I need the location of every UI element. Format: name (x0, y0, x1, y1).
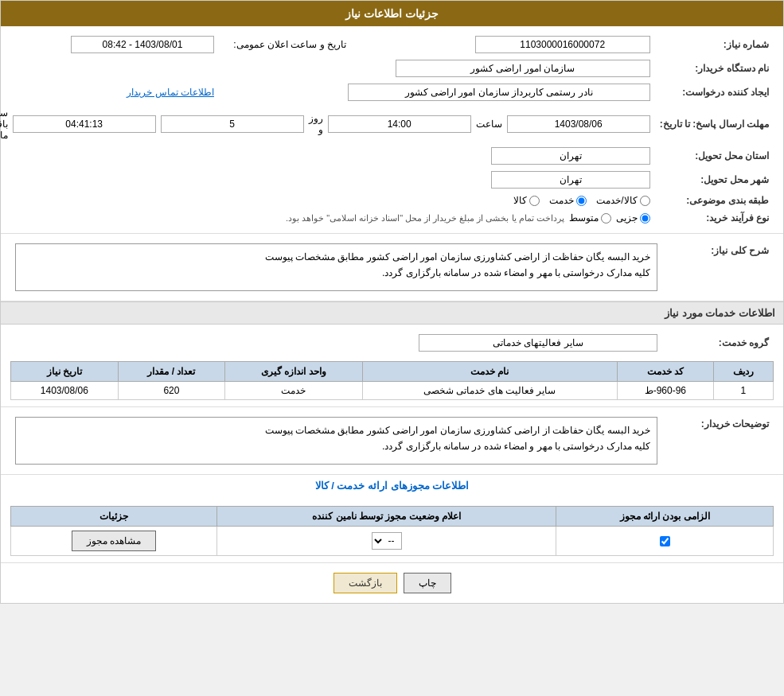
row-buyer-org: نام دستگاه خریدار: سازمان امور اراضی کشو… (0, 56, 774, 80)
purchase-type-row: جزیی متوسط پرداخت تمام یا بخشی از مبلغ خ… (0, 212, 650, 224)
radio-kala-label: کالا (513, 195, 527, 206)
th-name: نام خدمت (362, 362, 617, 382)
cell-row: 1 (713, 382, 773, 400)
th-details: جزئیات (11, 507, 217, 527)
radio-khadmat-input[interactable] (576, 196, 587, 206)
buyer-org-input: سازمان امور اراضی کشور (396, 60, 650, 77)
print-button[interactable]: چاپ (404, 573, 451, 593)
row-service-group: گروه خدمت: سایر فعالیتهای خدماتی (10, 331, 774, 355)
services-group-table: گروه خدمت: سایر فعالیتهای خدماتی (10, 331, 774, 355)
services-section-title: اطلاعات خدمات مورد نیاز (1, 301, 783, 325)
province-value: تهران (0, 144, 655, 168)
row-need-number: شماره نیاز: 1103000016000072 تاریخ و ساع… (0, 33, 774, 56)
row-category: طبقه بندی موضوعی: کالا/خدمت خدمت (0, 192, 774, 209)
row-need-description: شرح کلی نیاز: خرید البسه یگان حفاظت از ا… (10, 240, 774, 294)
buyer-org-value: سازمان امور اراضی کشور (0, 56, 655, 80)
days-label: روز و (309, 113, 323, 135)
service-group-input: سایر فعالیتهای خدماتی (419, 334, 657, 352)
radio-jozii: جزیی (616, 212, 650, 224)
radio-jozii-input[interactable] (640, 213, 650, 224)
cell-qty: 620 (118, 382, 225, 400)
row-response-deadline: مهلت ارسال پاسخ: تا تاریخ: 1403/08/06 سا… (0, 104, 774, 144)
need-desc-box: خرید البسه یگان حفاظت از اراضی کشاورزی س… (15, 243, 657, 291)
city-label: شهر محل تحویل: (655, 168, 774, 192)
th-date: تاریخ نیاز (11, 362, 119, 382)
services-table: ردیف کد خدمت نام خدمت واحد اندازه گیری ت… (10, 361, 774, 400)
province-label: استان محل تحویل: (655, 144, 774, 168)
announce-date-input: 1403/08/01 - 08:42 (71, 36, 214, 53)
radio-motawaset-input[interactable] (601, 213, 611, 224)
contact-link[interactable]: اطلاعات تماس خریدار (127, 87, 214, 98)
creator-label: ایجاد کننده درخواست: (655, 80, 774, 104)
response-time-input: 14:00 (328, 115, 471, 133)
th-row: ردیف (713, 362, 773, 382)
remaining-label: ساعت باقی مانده (0, 107, 8, 141)
need-desc-text: خرید البسه یگان حفاظت از اراضی کشاورزی س… (265, 251, 650, 278)
cell-name: سایر فعالیت های خدماتی شخصی (362, 382, 617, 400)
view-permission-button[interactable]: مشاهده مجوز (72, 531, 156, 551)
creator-input: نادر رستمی کاربرداز سازمان امور اراضی کش… (348, 84, 650, 101)
service-group-label: گروه خدمت: (662, 331, 774, 355)
info-table: شماره نیاز: 1103000016000072 تاریخ و ساع… (0, 33, 774, 227)
services-header-row: ردیف کد خدمت نام خدمت واحد اندازه گیری ت… (11, 362, 774, 382)
creator-value: نادر رستمی کاربرداز سازمان امور اراضی کش… (219, 80, 655, 104)
service-group-value: سایر فعالیتهای خدماتی (10, 331, 662, 355)
permission-row: -- مشاهده مجوز (11, 527, 774, 556)
th-required: الزامی بودن ارائه مجوز (556, 507, 774, 527)
response-deadline-value: 1403/08/06 ساعت 14:00 روز و 5 04:41:13 س… (0, 104, 655, 144)
permission-status-select[interactable]: -- (372, 532, 402, 550)
permission-required-checkbox-wrap (563, 536, 766, 546)
back-button[interactable]: بازگشت (333, 573, 397, 593)
province-input: تهران (491, 147, 650, 165)
deadline-row: 1403/08/06 ساعت 14:00 روز و 5 04:41:13 س… (0, 107, 650, 141)
services-section: گروه خدمت: سایر فعالیتهای خدماتی ردیف کد… (1, 325, 783, 407)
radio-kala: کالا (513, 195, 540, 206)
permissions-header-row: الزامی بودن ارائه مجوز اعلام وضعیت مجوز … (11, 507, 774, 527)
buyer-desc-text: خرید البسه یگان حفاظت از اراضی کشاورزی س… (265, 425, 650, 452)
contact-link-cell: اطلاعات تماس خریدار (0, 80, 219, 104)
announce-date-value: 1403/08/01 - 08:42 (0, 33, 219, 56)
permission-status-cell: -- (216, 527, 556, 556)
th-code: کد خدمت (617, 362, 713, 382)
row-city: شهر محل تحویل: تهران (0, 168, 774, 192)
table-row: 1 960-96-ط سایر فعالیت های خدماتی شخصی خ… (11, 382, 774, 400)
permissions-table-head: الزامی بودن ارائه مجوز اعلام وضعیت مجوز … (11, 507, 774, 527)
cell-date: 1403/08/06 (11, 382, 119, 400)
buyer-desc-box: خرید البسه یگان حفاظت از اراضی کشاورزی س… (15, 417, 657, 465)
permission-required-cell (556, 527, 774, 556)
announce-date-label: تاریخ و ساعت اعلان عمومی: (219, 33, 362, 56)
permissions-table-body: -- مشاهده مجوز (11, 527, 774, 556)
category-value: کالا/خدمت خدمت کالا (0, 192, 655, 209)
buyer-org-label: نام دستگاه خریدار: (655, 56, 774, 80)
services-table-body: 1 960-96-ط سایر فعالیت های خدماتی شخصی خ… (11, 382, 774, 400)
th-qty: تعداد / مقدار (118, 362, 225, 382)
city-value: تهران (0, 168, 655, 192)
time-label: ساعت (476, 119, 502, 130)
purchase-type-value: جزیی متوسط پرداخت تمام یا بخشی از مبلغ خ… (0, 209, 655, 227)
cell-code: 960-96-ط (617, 382, 713, 400)
need-number-input: 1103000016000072 (475, 36, 650, 53)
permission-required-checkbox[interactable] (660, 536, 670, 546)
response-days-input: 5 (161, 115, 304, 133)
city-input: تهران (491, 171, 650, 189)
permission-details-cell: مشاهده مجوز (11, 527, 217, 556)
response-deadline-label: مهلت ارسال پاسخ: تا تاریخ: (655, 104, 774, 144)
page-header: جزئیات اطلاعات نیاز (1, 1, 783, 26)
page-wrapper: جزئیات اطلاعات نیاز شماره نیاز: 11030000… (0, 0, 784, 604)
th-unit: واحد اندازه گیری (225, 362, 362, 382)
services-table-head: ردیف کد خدمت نام خدمت واحد اندازه گیری ت… (11, 362, 774, 382)
radio-kala-khadmat-label: کالا/خدمت (596, 195, 637, 206)
radio-kala-khadmat-input[interactable] (640, 196, 650, 206)
radio-kala-khadmat: کالا/خدمت (596, 195, 649, 206)
permission-status-wrap: -- (224, 532, 550, 550)
buyer-desc-value: خرید البسه یگان حفاظت از اراضی کشاورزی س… (10, 414, 662, 468)
row-purchase-type: نوع فرآیند خرید: جزیی متوسط پرداخت تمام … (0, 209, 774, 227)
row-buyer-desc: توضیحات خریدار: خرید البسه یگان حفاظت از… (10, 414, 774, 468)
need-number-value: 1103000016000072 (362, 33, 655, 56)
main-info-section: شماره نیاز: 1103000016000072 تاریخ و ساع… (1, 26, 783, 234)
radio-kala-input[interactable] (529, 196, 540, 206)
purchase-type-label: نوع فرآیند خرید: (655, 209, 774, 227)
response-remaining-input: 04:41:13 (13, 115, 156, 133)
category-label: طبقه بندی موضوعی: (655, 192, 774, 209)
permissions-table: الزامی بودن ارائه مجوز اعلام وضعیت مجوز … (10, 506, 774, 556)
